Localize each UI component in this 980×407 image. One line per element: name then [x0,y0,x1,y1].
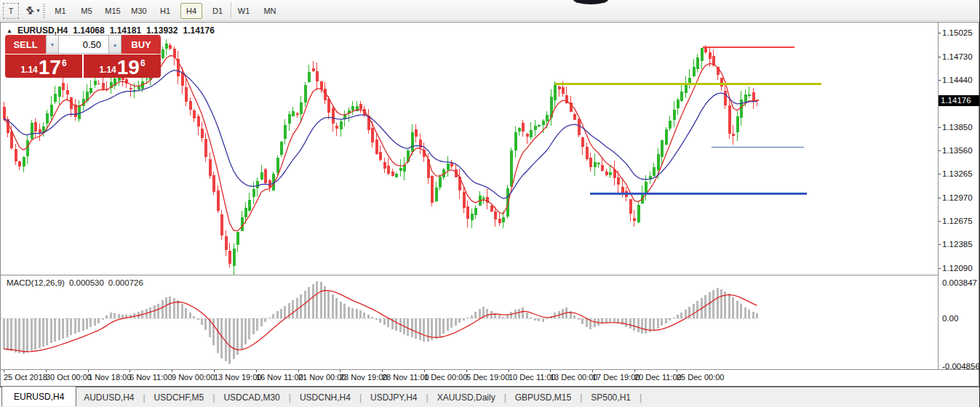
toolbar: T ⇵ ▾ M1M5M15M30H1H4D1W1MN [0,0,979,21]
sell-button[interactable]: SELL [5,35,46,54]
price-axis-label: 1.13265 [942,169,973,178]
chart-symbol: EURUSD,H4 [17,25,68,36]
current-price-tag: 1.14176 [939,95,979,106]
buy-price-display[interactable]: 1.14 19 6 [84,55,161,78]
timeframe-button-MN[interactable]: MN [259,3,281,19]
price-axis-label: 1.14440 [942,76,973,84]
tab-separator: | [640,392,642,403]
time-axis-tick [424,370,425,372]
tab-usdchf-m5[interactable]: USDCHF,M5 [146,392,213,403]
buy-button[interactable]: BUY [121,35,161,54]
tab-active-symbol[interactable]: EURUSD,H4 [1,386,76,406]
chart-title: ▲ EURUSD,H4 1.14068 1.14181 1.13932 1.14… [7,25,215,36]
dropdown-caret-icon: ▾ [36,7,39,14]
text-tool-icon: T [9,7,14,15]
ohlc-open: 1.14068 [73,25,104,36]
time-axis-tick [550,370,551,372]
arrange-tool-button[interactable]: ⇵ ▾ [22,3,44,17]
screen-notch [573,0,608,4]
macd-axis-label: 0.003847 [942,278,977,287]
time-axis-tick [677,370,677,372]
time-axis-tick [4,370,4,372]
time-axis-label: 1 Nov 18:00 [88,373,131,382]
chart-window: ▲ EURUSD,H4 1.14068 1.14181 1.13932 1.14… [0,22,979,386]
ohlc-low: 1.13932 [146,25,178,36]
timeframe-button-M5[interactable]: M5 [76,3,97,19]
timeframe-button-M15[interactable]: M15 [102,3,124,19]
time-axis-tick [634,370,635,372]
time-axis-tick [298,370,299,372]
time-axis-label: 20 Dec 11:00 [634,373,682,382]
macd-axis-label: 0.00 [942,314,958,323]
timeframe-button-M30[interactable]: M30 [128,3,150,19]
time-axis-label: 21 Nov 00:00 [298,373,346,382]
tab-usdjpy-h4[interactable]: USDJPY,H4 [362,392,426,403]
tab-sp500-h1[interactable]: SP500,H1 [582,392,640,403]
tab-usdcad-m30[interactable]: USDCAD,M30 [215,392,288,403]
timeframe-toolbar: M1M5M15M30H1H4D1W1MN [49,3,281,19]
price-axis-border [938,23,939,369]
tab-audusd-h4[interactable]: AUDUSD,H4 [75,392,143,403]
price-axis-tick [939,127,941,128]
volume-decrease-button[interactable]: ▼ [46,35,59,54]
subwindow-arrow-icon: ▲ [7,28,12,34]
price-axis-tick [939,221,941,222]
time-axis-tick [130,370,130,372]
one-click-trading-panel: SELL ▼ 0.50 ▲ BUY 1.14 17 6 1.14 19 [5,35,161,78]
time-axis-label: 6 Nov 11:00 [130,373,172,382]
time-axis-label: 16 Nov 11:00 [256,373,303,382]
volume-input[interactable]: 0.50 [59,35,108,54]
horizontal-line-object-1[interactable] [555,83,821,85]
time-axis-label: 13 Nov 19:00 [214,373,261,382]
toolbar-grip[interactable] [43,4,45,17]
macd-indicator-label: MACD(12,26,9) 0.000530 0.000726 [7,278,143,287]
arrange-icon: ⇵ [23,4,36,17]
price-axis-label: 1.15025 [942,28,973,37]
toolbar-separator [231,2,231,18]
time-axis-tick [509,370,509,372]
macd-chart-canvas[interactable] [1,276,938,369]
tab-usdcnh-h4[interactable]: USDCNH,H4 [291,392,359,403]
spinner-down-icon: ▼ [50,42,55,47]
time-axis-label: 5 Dec 19:00 [466,373,509,382]
time-axis-tick [382,370,383,372]
time-axis-label: 30 Oct 00:00 [46,373,92,382]
tab-xauusd-daily[interactable]: XAUUSD,Daily [429,392,504,403]
price-axis-label: 1.12090 [942,264,973,273]
ohlc-high: 1.14181 [110,25,141,36]
price-axis-tick [939,57,941,57]
timeframe-button-H4[interactable]: H4 [180,3,202,19]
time-axis-tick [46,370,47,372]
timeframe-button-W1[interactable]: W1 [233,3,255,19]
ohlc-close: 1.14176 [183,25,214,36]
time-axis-label: 25 Oct 2018 [4,373,47,382]
timeframe-button-D1[interactable]: D1 [207,3,228,19]
tab-gbpusd-m15[interactable]: GBPUSD,M15 [506,392,580,403]
horizontal-line-object-2[interactable] [712,147,804,148]
time-axis-label: 13 Dec 00:00 [550,373,597,382]
spinner-up-icon: ▲ [113,42,118,47]
price-axis-label: 1.13560 [942,146,973,155]
time-axis-tick [256,370,257,372]
time-axis-tick [88,370,89,372]
time-axis-tick [214,370,215,372]
price-axis-tick [939,268,941,269]
sell-price-display[interactable]: 1.14 17 6 [5,55,82,78]
horizontal-line-object-3[interactable] [590,193,807,195]
price-axis-tick [939,150,941,151]
time-axis-tick [466,370,467,372]
price-axis-tick [939,244,941,245]
timeframe-button-H1[interactable]: H1 [154,3,176,19]
volume-increase-button[interactable]: ▲ [108,35,121,54]
time-axis[interactable]: 25 Oct 201830 Oct 00:001 Nov 18:006 Nov … [1,369,979,386]
price-axis-tick [939,33,941,33]
timeframe-button-M1[interactable]: M1 [49,3,71,19]
price-axis-label: 1.12675 [942,217,973,225]
time-axis-label: 10 Dec 11:00 [509,373,556,382]
horizontal-line-object-0[interactable] [703,47,794,48]
time-axis-label: 17 Dec 19:00 [592,373,640,382]
text-tool-button[interactable]: T [3,3,19,19]
time-axis-tick [172,370,172,372]
time-axis-label: 28 Nov 11:00 [382,373,429,382]
time-axis-tick [340,370,340,372]
